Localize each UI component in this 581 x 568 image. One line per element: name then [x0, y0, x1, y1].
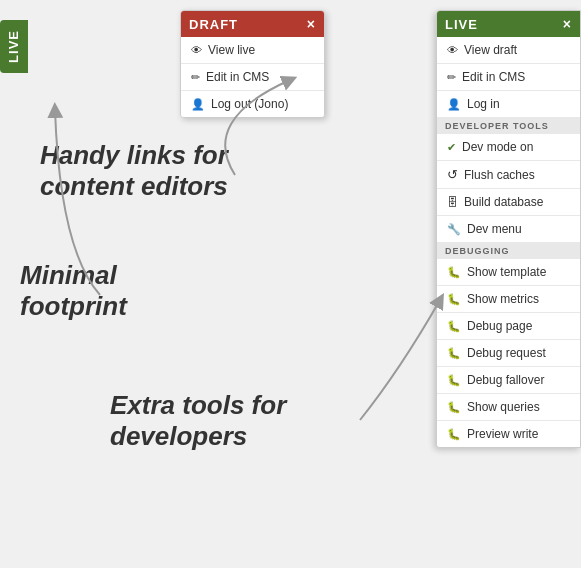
log-in-label: Log in — [467, 97, 500, 111]
bug-icon-3 — [447, 319, 461, 333]
edit-in-cms-button-live[interactable]: Edit in CMS — [437, 64, 580, 91]
annotation-editors: Handy links for content editors — [40, 140, 300, 202]
check-icon — [447, 140, 456, 154]
annotation-footprint: Minimal footprint — [20, 260, 220, 322]
show-template-label: Show template — [467, 265, 546, 279]
eye-icon-live — [447, 43, 458, 57]
preview-write-button[interactable]: Preview write — [437, 421, 580, 447]
live-header-label: LIVE — [445, 17, 478, 32]
debug-fallover-button[interactable]: Debug fallover — [437, 367, 580, 394]
annotation-developers: Extra tools for developers — [110, 390, 370, 452]
edit-cms-label-live: Edit in CMS — [462, 70, 525, 84]
edit-cms-label-draft: Edit in CMS — [206, 70, 269, 84]
edit-in-cms-button-draft[interactable]: Edit in CMS — [181, 64, 324, 91]
bug-icon-2 — [447, 292, 461, 306]
show-metrics-label: Show metrics — [467, 292, 539, 306]
preview-write-label: Preview write — [467, 427, 538, 441]
dev-menu-button[interactable]: Dev menu — [437, 216, 580, 243]
dev-menu-label: Dev menu — [467, 222, 522, 236]
flush-caches-label: Flush caches — [464, 168, 535, 182]
eye-icon — [191, 43, 202, 57]
draft-header-label: DRAFT — [189, 17, 238, 32]
view-live-label: View live — [208, 43, 255, 57]
refresh-icon — [447, 167, 458, 182]
view-live-button[interactable]: View live — [181, 37, 324, 64]
show-queries-label: Show queries — [467, 400, 540, 414]
annotation-editors-text: Handy links for content editors — [40, 140, 228, 201]
debugging-section-label: DEBUGGING — [437, 243, 580, 259]
draft-close-button[interactable]: × — [307, 16, 316, 32]
show-metrics-button[interactable]: Show metrics — [437, 286, 580, 313]
annotation-footprint-text: Minimal footprint — [20, 260, 127, 321]
draft-panel: DRAFT × View live Edit in CMS Log out (J… — [180, 10, 325, 118]
view-draft-label: View draft — [464, 43, 517, 57]
db-icon — [447, 195, 458, 209]
bug-icon-6 — [447, 400, 461, 414]
bug-icon-1 — [447, 265, 461, 279]
bug-icon-5 — [447, 373, 461, 387]
live-side-tab[interactable]: LIVE — [0, 20, 28, 73]
user-icon-live — [447, 97, 461, 111]
debug-page-button[interactable]: Debug page — [437, 313, 580, 340]
debug-fallover-label: Debug fallover — [467, 373, 544, 387]
show-queries-button[interactable]: Show queries — [437, 394, 580, 421]
show-template-button[interactable]: Show template — [437, 259, 580, 286]
dev-mode-on-button[interactable]: Dev mode on — [437, 134, 580, 161]
log-out-label: Log out (Jono) — [211, 97, 288, 111]
annotation-developers-text: Extra tools for developers — [110, 390, 286, 451]
wrench-icon — [447, 222, 461, 236]
dev-mode-label: Dev mode on — [462, 140, 533, 154]
view-draft-button[interactable]: View draft — [437, 37, 580, 64]
log-in-button[interactable]: Log in — [437, 91, 580, 118]
flush-caches-button[interactable]: Flush caches — [437, 161, 580, 189]
live-tab-label: LIVE — [6, 30, 21, 63]
debug-request-button[interactable]: Debug request — [437, 340, 580, 367]
user-icon-draft — [191, 97, 205, 111]
build-database-label: Build database — [464, 195, 543, 209]
pencil-icon — [191, 70, 200, 84]
developer-tools-section-label: DEVELOPER TOOLS — [437, 118, 580, 134]
live-panel: LIVE × View draft Edit in CMS Log in DEV… — [436, 10, 581, 448]
live-header: LIVE × — [437, 11, 580, 37]
draft-header: DRAFT × — [181, 11, 324, 37]
bug-icon-7 — [447, 427, 461, 441]
build-database-button[interactable]: Build database — [437, 189, 580, 216]
debug-page-label: Debug page — [467, 319, 532, 333]
log-out-button[interactable]: Log out (Jono) — [181, 91, 324, 117]
debug-request-label: Debug request — [467, 346, 546, 360]
bug-icon-4 — [447, 346, 461, 360]
live-close-button[interactable]: × — [563, 16, 572, 32]
pencil-icon-live — [447, 70, 456, 84]
